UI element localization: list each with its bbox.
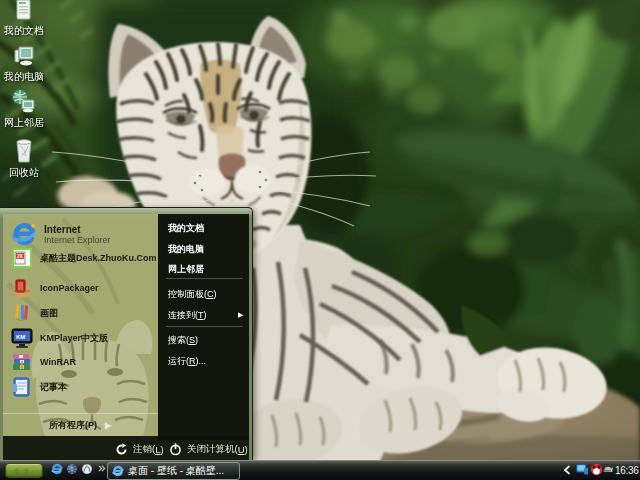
svg-text:ZK: ZK: [17, 254, 24, 259]
svg-text:KM: KM: [16, 334, 25, 340]
